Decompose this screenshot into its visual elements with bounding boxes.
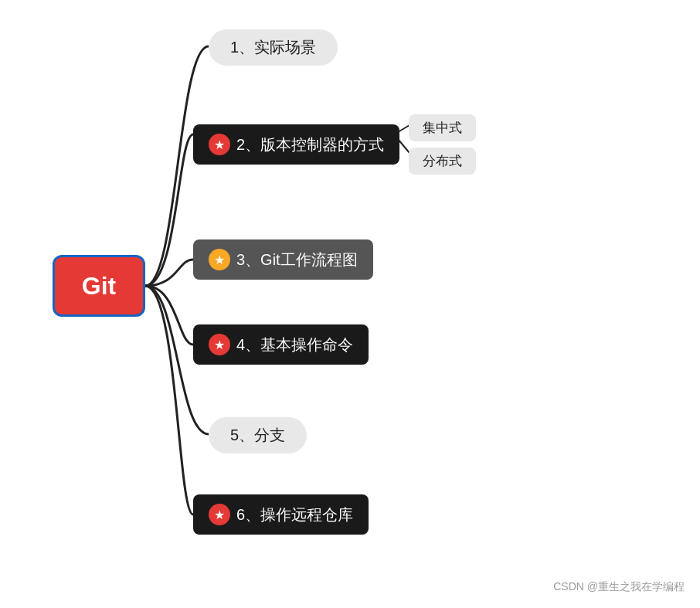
node-1-label: 1、实际场景 <box>209 29 338 66</box>
node-2-subnodes: 集中式 分布式 <box>409 114 476 175</box>
node-5: 5、分支 <box>209 417 307 453</box>
star-red-icon-6: ★ <box>209 504 230 525</box>
diagram-container: Git 1、实际场景 ★ 2、版本控制器的方式 集中式 分布式 ★ 3、Git工… <box>0 0 700 608</box>
watermark: CSDN @重生之我在学编程 <box>553 580 685 594</box>
node-6: ★ 6、操作远程仓库 <box>193 494 369 535</box>
node-3: ★ 3、Git工作流程图 <box>193 239 373 280</box>
node-2-label: ★ 2、版本控制器的方式 <box>193 124 399 165</box>
sub-node-distributed: 分布式 <box>409 148 476 175</box>
git-node: Git <box>53 255 145 317</box>
node-4: ★ 4、基本操作命令 <box>193 324 369 365</box>
node-5-label: 5、分支 <box>209 417 307 453</box>
git-label: Git <box>82 272 116 301</box>
star-yellow-icon-3: ★ <box>209 249 230 270</box>
node-1: 1、实际场景 <box>209 29 338 66</box>
node-6-label: ★ 6、操作远程仓库 <box>193 494 369 535</box>
star-red-icon-2: ★ <box>209 134 230 155</box>
sub-node-centralized: 集中式 <box>409 114 476 141</box>
node-4-label: ★ 4、基本操作命令 <box>193 324 369 365</box>
node-2: ★ 2、版本控制器的方式 集中式 分布式 <box>193 114 476 175</box>
star-red-icon-4: ★ <box>209 334 230 355</box>
node-3-label: ★ 3、Git工作流程图 <box>193 239 373 280</box>
